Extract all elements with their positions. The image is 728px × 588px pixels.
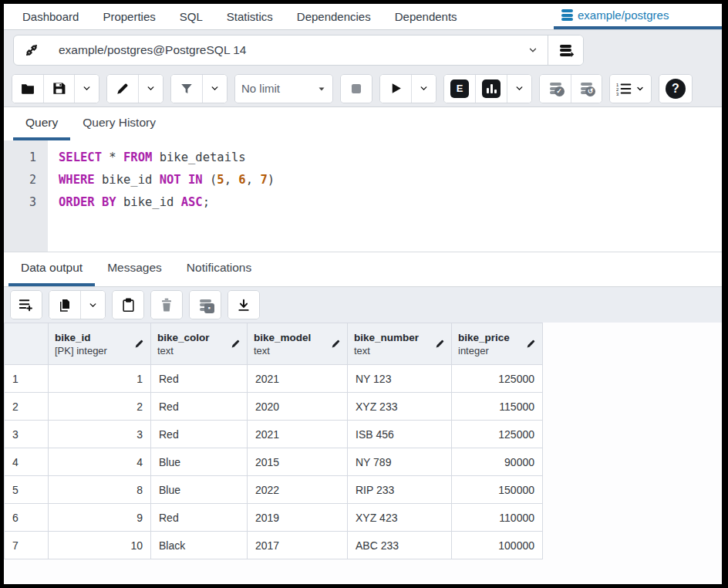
sql-code[interactable]: SELECT * FROM bike_details WHERE bike_id… <box>48 140 275 252</box>
save-data-button[interactable]: ▪ <box>190 291 221 319</box>
explain-analyze-button[interactable] <box>475 75 507 103</box>
tab-query-history[interactable]: Query History <box>70 107 168 140</box>
cell-bike-price[interactable]: 110000 <box>452 504 543 532</box>
nav-properties[interactable]: Properties <box>103 10 155 23</box>
nav-dependents[interactable]: Dependents <box>395 10 457 23</box>
cell-bike-model[interactable]: 2021 <box>248 365 348 393</box>
column-header-bike-number[interactable]: bike_numbertext <box>348 323 452 365</box>
folder-icon <box>20 81 35 96</box>
cell-bike-price[interactable]: 125000 <box>452 365 543 393</box>
cell-bike-id[interactable]: 4 <box>49 448 151 476</box>
querytool-tab[interactable]: example/postgres <box>554 4 722 29</box>
edit-options-button[interactable] <box>138 75 163 103</box>
cell-bike-color[interactable]: Black <box>151 532 248 559</box>
cell-bike-price[interactable]: 115000 <box>452 393 543 421</box>
cell-bike-number[interactable]: ISB 456 <box>348 421 452 448</box>
rollback-button[interactable]: ↺ <box>571 75 602 103</box>
tab-notifications[interactable]: Notifications <box>174 252 264 286</box>
sql-keyword: ORDER BY <box>59 195 116 209</box>
cell-bike-price[interactable]: 90000 <box>452 448 543 476</box>
execute-options-button[interactable] <box>411 75 436 103</box>
copy-button[interactable] <box>49 291 80 319</box>
nav-sql[interactable]: SQL <box>180 10 203 23</box>
cell-bike-color[interactable]: Blue <box>151 476 248 504</box>
table-row: 3 3 Red 2021 ISB 456 125000 <box>5 421 543 448</box>
tab-data-output[interactable]: Data output <box>8 252 95 286</box>
cell-bike-number[interactable]: NY 123 <box>348 365 452 393</box>
cell-bike-number[interactable]: ABC 233 <box>348 532 452 559</box>
connection-dropdown[interactable]: example/postgres@PostgreSQL 14 <box>49 35 548 65</box>
nav-dependencies[interactable]: Dependencies <box>297 10 371 23</box>
execute-button[interactable] <box>380 75 411 103</box>
row-number-cell[interactable]: 2 <box>5 393 49 421</box>
open-file-button[interactable] <box>12 75 43 103</box>
save-file-button[interactable] <box>43 75 74 103</box>
column-header-bike-price[interactable]: bike_priceinteger <box>452 323 543 365</box>
commit-button[interactable]: ✓ <box>540 75 571 103</box>
query-toolbar: No limit E <box>4 70 722 107</box>
new-connection-button[interactable] <box>548 35 583 65</box>
cell-bike-id[interactable]: 10 <box>49 532 151 559</box>
macros-button[interactable]: 123 <box>610 75 651 103</box>
row-number-cell[interactable]: 6 <box>5 504 49 532</box>
tab-query[interactable]: Query <box>13 107 70 140</box>
delete-row-button[interactable] <box>151 291 182 319</box>
cell-bike-model[interactable]: 2017 <box>248 532 348 559</box>
column-name: bike_model <box>254 331 328 344</box>
sql-editor[interactable]: 1 2 3 SELECT * FROM bike_details WHERE b… <box>4 140 722 252</box>
column-header-bike-id[interactable]: bike_id[PK] integer <box>49 323 151 365</box>
cell-bike-color[interactable]: Red <box>151 504 248 532</box>
nav-dashboard[interactable]: Dashboard <box>22 10 79 23</box>
help-button[interactable]: ? <box>659 75 692 103</box>
row-number-cell[interactable]: 1 <box>5 365 49 393</box>
row-limit-select[interactable]: No limit <box>235 75 332 103</box>
cell-bike-number[interactable]: NY 789 <box>348 448 452 476</box>
cell-bike-price[interactable]: 100000 <box>452 532 543 559</box>
cell-bike-id[interactable]: 9 <box>49 504 151 532</box>
cell-bike-color[interactable]: Red <box>151 393 248 421</box>
cell-bike-id[interactable]: 3 <box>49 421 151 448</box>
column-header-bike-color[interactable]: bike_colortext <box>151 323 248 365</box>
edit-button[interactable] <box>107 75 138 103</box>
cell-bike-id[interactable]: 2 <box>49 393 151 421</box>
cell-bike-number[interactable]: XYZ 233 <box>348 393 452 421</box>
save-options-button[interactable] <box>74 75 99 103</box>
row-number-cell[interactable]: 7 <box>5 532 49 559</box>
paste-button[interactable] <box>113 291 143 319</box>
select-all-header[interactable] <box>5 323 49 365</box>
add-row-button[interactable] <box>11 291 42 319</box>
cell-bike-model[interactable]: 2019 <box>248 504 348 532</box>
cell-bike-price[interactable]: 150000 <box>452 476 543 504</box>
cell-bike-color[interactable]: Blue <box>151 448 248 476</box>
cell-bike-color[interactable]: Red <box>151 365 248 393</box>
tab-messages[interactable]: Messages <box>95 252 174 286</box>
pencil-icon <box>116 82 130 96</box>
nav-statistics[interactable]: Statistics <box>227 10 273 23</box>
cell-bike-price[interactable]: 125000 <box>452 421 543 448</box>
filter-button[interactable] <box>171 75 202 103</box>
column-header-bike-model[interactable]: bike_modeltext <box>248 323 348 365</box>
cell-bike-model[interactable]: 2015 <box>248 448 348 476</box>
cell-bike-number[interactable]: RIP 233 <box>348 476 452 504</box>
row-number-cell[interactable]: 3 <box>5 421 49 448</box>
cell-bike-model[interactable]: 2020 <box>248 393 348 421</box>
cell-bike-color[interactable]: Red <box>151 421 248 448</box>
cell-bike-model[interactable]: 2021 <box>248 421 348 448</box>
edit-column-icon[interactable] <box>231 339 241 349</box>
edit-column-icon[interactable] <box>134 339 144 349</box>
edit-column-icon[interactable] <box>526 339 536 349</box>
cell-bike-model[interactable]: 2022 <box>248 476 348 504</box>
row-number-cell[interactable]: 5 <box>5 476 49 504</box>
explain-options-button[interactable] <box>507 75 531 103</box>
edit-column-icon[interactable] <box>331 339 341 349</box>
stop-button[interactable] <box>341 75 372 103</box>
cell-bike-number[interactable]: XYZ 423 <box>348 504 452 532</box>
row-number-cell[interactable]: 4 <box>5 448 49 476</box>
copy-options-button[interactable] <box>80 291 105 319</box>
download-button[interactable] <box>228 291 259 319</box>
cell-bike-id[interactable]: 8 <box>49 476 151 504</box>
cell-bike-id[interactable]: 1 <box>49 365 151 393</box>
edit-column-icon[interactable] <box>435 339 445 349</box>
explain-button[interactable]: E <box>444 75 475 103</box>
filter-options-button[interactable] <box>202 75 227 103</box>
